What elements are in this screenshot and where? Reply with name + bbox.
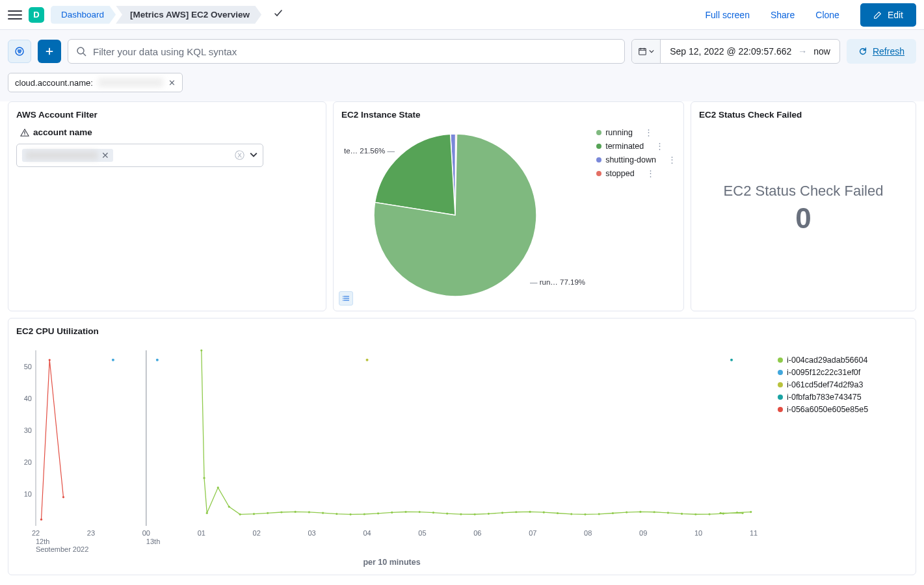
svg-point-1 [77, 47, 84, 54]
svg-point-75 [112, 359, 114, 361]
legend-item[interactable]: i-061cd5def74d2f9a3 [778, 380, 908, 389]
account-name-combobox[interactable]: ✕ ⓧ [16, 144, 263, 167]
pencil-icon [873, 10, 882, 20]
remove-tag-icon[interactable]: ✕ [101, 150, 109, 161]
pie-slice-label-running: run… 77.19% [540, 278, 585, 286]
legend-item[interactable]: terminated⋮ [596, 141, 676, 151]
svg-point-37 [267, 512, 269, 514]
svg-point-68 [694, 514, 696, 515]
svg-text:September 2022: September 2022 [36, 545, 88, 552]
edit-button-label: Edit [888, 10, 903, 20]
breadcrumb: Dashboard [Metrics AWS] EC2 Overview [51, 6, 261, 24]
legend-item[interactable]: i-0095f12c22c31ef0f [778, 368, 908, 377]
fullscreen-button[interactable]: Full screen [705, 10, 749, 20]
clear-combobox-icon[interactable]: ⓧ [235, 150, 244, 162]
svg-point-31 [203, 477, 205, 479]
svg-text:50: 50 [24, 363, 32, 370]
svg-point-36 [253, 513, 255, 515]
svg-point-64 [639, 511, 641, 513]
svg-point-67 [681, 513, 683, 515]
svg-text:09: 09 [639, 529, 647, 537]
svg-text:01: 01 [198, 529, 205, 537]
warning-icon [20, 128, 29, 137]
refresh-label: Refresh [873, 46, 904, 57]
svg-text:10: 10 [694, 529, 702, 537]
pie-slice-label-terminated: te… 21.56% [344, 147, 385, 155]
checkmark-icon [273, 8, 284, 21]
legend-item[interactable]: i-004cad29adab56604 [778, 356, 908, 365]
time-to: now [813, 46, 830, 57]
svg-point-47 [404, 511, 406, 513]
svg-point-60 [584, 514, 586, 515]
svg-text:10: 10 [24, 490, 32, 498]
svg-point-32 [206, 512, 208, 514]
time-range-picker[interactable]: Sep 12, 2022 @ 22:09:57.662 → now [631, 39, 840, 64]
svg-text:40: 40 [24, 395, 32, 402]
svg-point-42 [336, 513, 337, 515]
svg-text:07: 07 [529, 529, 536, 537]
legend-item[interactable]: i-056a6050e605e85e5 [778, 405, 908, 414]
filter-chip[interactable]: cloud.account.name: ✕ [8, 73, 183, 92]
svg-point-59 [570, 513, 572, 515]
svg-point-66 [667, 512, 669, 514]
legend-item[interactable]: i-0fbfafb783e743475 [778, 393, 908, 402]
add-filter-button[interactable] [38, 40, 61, 63]
share-button[interactable]: Share [771, 10, 795, 20]
svg-point-43 [349, 514, 351, 515]
list-icon [342, 294, 350, 302]
filter-icon [14, 46, 25, 57]
filter-popover-button[interactable] [8, 40, 31, 63]
svg-text:05: 05 [418, 529, 426, 537]
refresh-icon [858, 47, 867, 56]
svg-point-51 [460, 514, 462, 515]
kql-search-input[interactable] [68, 39, 625, 64]
remove-filter-icon[interactable]: ✕ [168, 78, 176, 88]
legend-toggle-button[interactable] [339, 291, 353, 306]
panel-title: EC2 Status Check Failed [699, 110, 908, 120]
legend-item-menu-icon[interactable]: ⋮ [655, 141, 663, 151]
refresh-button[interactable]: Refresh [847, 39, 916, 64]
chevron-down-icon[interactable] [250, 150, 257, 161]
clone-button[interactable]: Clone [815, 10, 839, 20]
svg-text:11: 11 [750, 529, 758, 537]
legend-item[interactable]: stopped⋮ [596, 168, 676, 178]
svg-point-27 [40, 519, 42, 521]
legend-item-menu-icon[interactable]: ⋮ [644, 127, 652, 137]
svg-point-62 [612, 512, 614, 514]
edit-button[interactable]: Edit [860, 3, 916, 27]
svg-point-65 [653, 511, 655, 513]
metric-label: EC2 Status Check Failed [724, 183, 884, 200]
svg-point-57 [543, 512, 545, 514]
svg-text:30: 30 [24, 426, 32, 434]
selected-account-tag[interactable]: ✕ [22, 149, 113, 162]
calendar-icon [638, 47, 647, 56]
breadcrumb-item-current[interactable]: [Metrics AWS] EC2 Overview [116, 6, 261, 24]
plus-icon [45, 47, 54, 56]
calendar-button[interactable] [632, 40, 661, 63]
hamburger-menu-icon[interactable] [8, 8, 22, 22]
breadcrumb-item-dashboard[interactable]: Dashboard [51, 6, 116, 24]
svg-text:00: 00 [142, 529, 150, 537]
legend-item[interactable]: shutting-down⋮ [596, 155, 676, 164]
legend-item-menu-icon[interactable]: ⋮ [668, 155, 676, 164]
app-logo[interactable]: D [29, 7, 44, 23]
cpu-x-label: per 10 minutes [16, 558, 767, 567]
svg-text:13th: 13th [146, 538, 160, 545]
panel-title: EC2 CPU Utilization [16, 326, 908, 336]
legend-item[interactable]: running⋮ [596, 127, 676, 137]
svg-text:20: 20 [24, 458, 32, 466]
search-icon [76, 46, 86, 57]
chevron-down-icon [649, 49, 654, 54]
svg-point-41 [322, 512, 324, 514]
svg-point-34 [228, 506, 230, 508]
svg-point-76 [156, 359, 159, 361]
svg-point-49 [432, 512, 434, 514]
filter-chip-key: cloud.account.name: [15, 78, 93, 88]
legend-item-menu-icon[interactable]: ⋮ [646, 168, 654, 178]
svg-point-73 [719, 512, 721, 514]
svg-point-38 [280, 511, 282, 513]
kql-input-field[interactable] [93, 46, 616, 57]
svg-text:06: 06 [473, 529, 481, 537]
svg-point-33 [217, 486, 219, 488]
panel-ec2-instance-state: EC2 Instance State te… 21.56% ― ― run… 7… [333, 101, 684, 311]
